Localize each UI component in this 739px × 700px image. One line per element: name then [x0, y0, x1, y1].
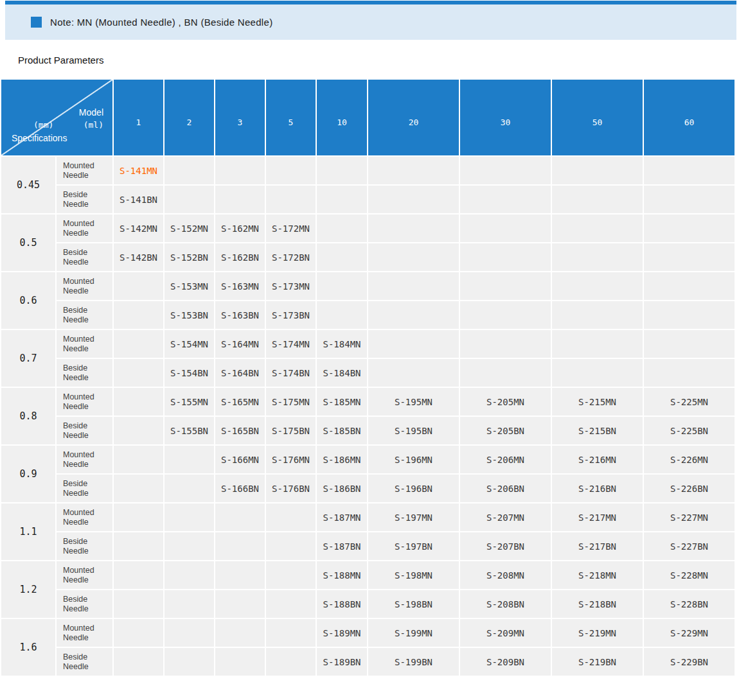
- empty-cell: [165, 619, 215, 648]
- empty-cell: [460, 272, 552, 301]
- model-code-cell: S-195MN: [368, 388, 460, 417]
- empty-cell: [114, 590, 165, 619]
- empty-cell: [317, 186, 368, 214]
- needle-type-cell: Mounted Needle: [57, 446, 114, 475]
- model-code-cell: S-173BN: [266, 301, 317, 330]
- table-row: 0.6Mounted NeedleS-153MNS-163MNS-173MN: [1, 272, 736, 301]
- model-code-cell: S-184BN: [317, 359, 368, 388]
- model-code-cell: S-216BN: [552, 475, 644, 503]
- model-code-cell: S-153MN: [165, 272, 215, 301]
- model-code-cell: S-166BN: [215, 475, 266, 503]
- empty-cell: [114, 417, 165, 446]
- model-code-cell: S-207BN: [460, 532, 552, 561]
- mounted-needle-label: Mounted Needle: [63, 392, 103, 412]
- model-code-cell: S-198BN: [368, 590, 460, 619]
- model-code-cell: S-225BN: [644, 417, 736, 446]
- model-code-cell: S-206BN: [460, 475, 552, 503]
- model-column-header: 5: [266, 80, 317, 157]
- model-code-cell: S-176MN: [266, 446, 317, 475]
- diagonal-divider: [1, 80, 112, 155]
- model-code-cell: S-155MN: [165, 388, 215, 417]
- model-code-cell: S-209MN: [460, 619, 552, 648]
- spec-table-body: 0.45Mounted NeedleS-141MNBeside NeedleS-…: [1, 157, 736, 677]
- table-row: Beside NeedleS-154BNS-164BNS-174BNS-184B…: [1, 359, 736, 388]
- mounted-needle-label: Mounted Needle: [63, 450, 103, 469]
- model-code-cell: S-187BN: [317, 532, 368, 561]
- empty-cell: [644, 272, 736, 301]
- spec-value-cell: 0.5: [1, 214, 57, 272]
- beside-needle-label: Beside Needle: [63, 479, 103, 498]
- empty-cell: [317, 214, 368, 243]
- model-code-cell: S-175BN: [266, 417, 317, 446]
- model-code-cell: S-229BN: [644, 648, 736, 677]
- model-code-cell: S-186MN: [317, 446, 368, 475]
- model-code-cell: S-155BN: [165, 417, 215, 446]
- table-row: Beside NeedleS-187BNS-197BNS-207BNS-217B…: [1, 532, 736, 561]
- model-code-cell: S-205BN: [460, 417, 552, 446]
- spec-value-cell: 1.2: [1, 561, 57, 619]
- empty-cell: [114, 388, 165, 417]
- model-code-cell: S-229MN: [644, 619, 736, 648]
- model-code-cell: S-187MN: [317, 503, 368, 532]
- empty-cell: [165, 186, 215, 214]
- empty-cell: [644, 301, 736, 330]
- empty-cell: [165, 532, 215, 561]
- model-code-cell: S-218BN: [552, 590, 644, 619]
- note-bullet-icon: [31, 17, 42, 28]
- model-code-cell: S-162MN: [215, 214, 266, 243]
- empty-cell: [165, 648, 215, 677]
- model-column-header: 10: [317, 80, 368, 157]
- model-code-cell: S-165BN: [215, 417, 266, 446]
- beside-needle-label: Beside Needle: [63, 248, 103, 267]
- empty-cell: [460, 330, 552, 359]
- needle-type-cell: Mounted Needle: [57, 272, 114, 301]
- empty-cell: [165, 475, 215, 503]
- model-code-cell: S-162BN: [215, 243, 266, 272]
- empty-cell: [644, 243, 736, 272]
- empty-cell: [644, 214, 736, 243]
- mounted-needle-label: Mounted Needle: [63, 219, 103, 238]
- model-code-cell: S-207MN: [460, 503, 552, 532]
- empty-cell: [644, 330, 736, 359]
- needle-type-cell: Beside Needle: [57, 301, 114, 330]
- model-code-cell: S-163MN: [215, 272, 266, 301]
- model-code-cell: S-163BN: [215, 301, 266, 330]
- model-code-cell: S-185MN: [317, 388, 368, 417]
- note-banner: Note: MN (Mounted Needle) , BN (Beside N…: [5, 4, 736, 40]
- model-code-cell: S-189BN: [317, 648, 368, 677]
- empty-cell: [215, 157, 266, 186]
- model-code-cell: S-188BN: [317, 590, 368, 619]
- model-code-cell: S-188MN: [317, 561, 368, 590]
- model-code-cell: S-197BN: [368, 532, 460, 561]
- model-code-cell: S-215MN: [552, 388, 644, 417]
- empty-cell: [552, 214, 644, 243]
- empty-cell: [215, 561, 266, 590]
- corner-mm-unit: (mm): [33, 120, 53, 130]
- empty-cell: [552, 330, 644, 359]
- model-code-cell: S-217MN: [552, 503, 644, 532]
- empty-cell: [460, 214, 552, 243]
- page-title: Product Parameters: [18, 55, 739, 66]
- empty-cell: [165, 446, 215, 475]
- empty-cell: [460, 186, 552, 214]
- empty-cell: [317, 243, 368, 272]
- model-code-cell: S-173MN: [266, 272, 317, 301]
- empty-cell: [266, 157, 317, 186]
- model-code-cell: S-196BN: [368, 475, 460, 503]
- model-code-cell: S-184MN: [317, 330, 368, 359]
- model-code-cell: S-198MN: [368, 561, 460, 590]
- needle-type-cell: Mounted Needle: [57, 619, 114, 648]
- model-code-cell: S-227MN: [644, 503, 736, 532]
- empty-cell: [552, 157, 644, 186]
- table-row: 1.2Mounted NeedleS-188MNS-198MNS-208MNS-…: [1, 561, 736, 590]
- model-code-cell: S-152BN: [165, 243, 215, 272]
- model-column-header: 30: [460, 80, 552, 157]
- empty-cell: [266, 186, 317, 214]
- mounted-needle-label: Mounted Needle: [63, 161, 103, 180]
- table-row: 0.5Mounted NeedleS-142MNS-152MNS-162MNS-…: [1, 214, 736, 243]
- model-code-cell: S-164MN: [215, 330, 266, 359]
- beside-needle-label: Beside Needle: [63, 652, 103, 672]
- empty-cell: [368, 301, 460, 330]
- table-row: Beside NeedleS-141BN: [1, 186, 736, 214]
- model-code-cell: S-142BN: [114, 243, 165, 272]
